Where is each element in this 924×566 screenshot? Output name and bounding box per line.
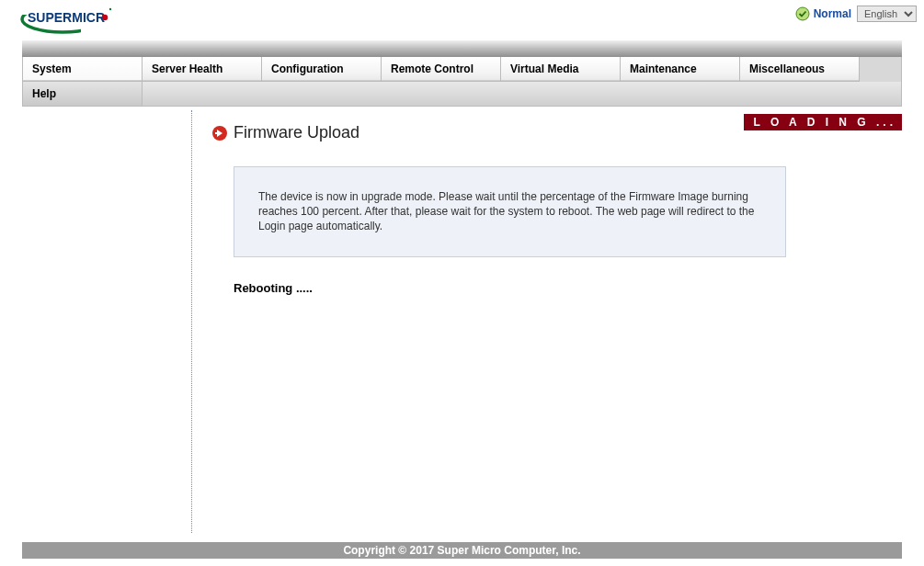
language-select[interactable]: English: [857, 6, 917, 22]
nav-configuration[interactable]: Configuration: [262, 57, 382, 82]
svg-point-5: [109, 8, 111, 10]
main-nav: System Server Health Configuration Remot…: [22, 57, 902, 107]
svg-point-6: [796, 7, 809, 20]
firmware-info-box: The device is now in upgrade mode. Pleas…: [234, 166, 786, 257]
vertical-separator: [191, 110, 192, 533]
reboot-status: Rebooting .....: [234, 281, 902, 295]
nav-maintenance[interactable]: Maintenance: [621, 57, 740, 82]
nav-virtual-media[interactable]: Virtual Media: [501, 57, 621, 82]
nav-help[interactable]: Help: [23, 82, 143, 106]
nav-miscellaneous[interactable]: Miscellaneous: [740, 57, 860, 82]
svg-text:SUPERMICR: SUPERMICR: [28, 10, 105, 25]
page-title: Firmware Upload: [234, 123, 359, 142]
svg-point-4: [102, 15, 108, 20]
status-ok-icon: [795, 6, 810, 21]
nav-remote-control[interactable]: Remote Control: [382, 57, 501, 82]
nav-server-health[interactable]: Server Health: [143, 57, 262, 82]
supermicro-logo: SUPERMICR: [17, 4, 116, 35]
status-label: Normal: [814, 7, 851, 20]
nav-top-strip: [22, 40, 902, 57]
nav-system[interactable]: System: [23, 57, 143, 82]
svg-rect-8: [215, 132, 221, 134]
arrow-right-icon: [211, 125, 228, 142]
footer-copyright: Copyright © 2017 Super Micro Computer, I…: [22, 542, 902, 559]
